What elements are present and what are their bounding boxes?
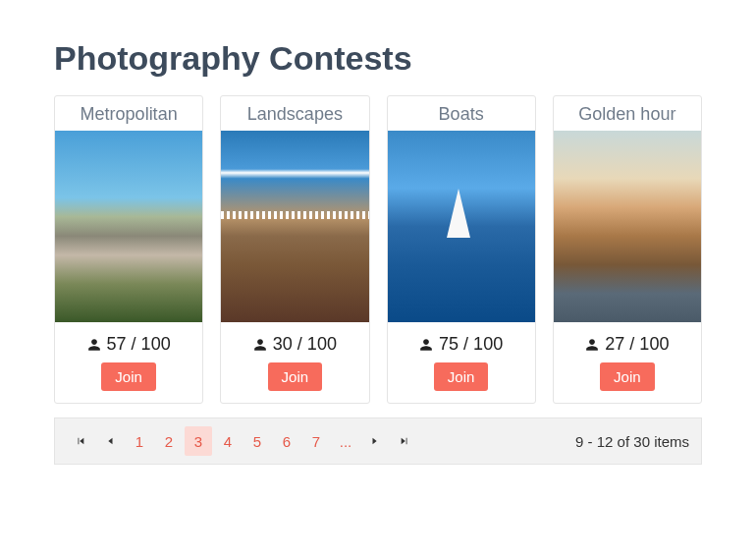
contest-card-boats: Boats 75 / 100 Join [387,95,536,404]
first-page-icon [76,436,85,446]
pager-next-button[interactable] [361,426,389,456]
card-title: Boats [439,96,484,131]
card-stats: 57 / 100 [87,334,171,355]
pager-page-4[interactable]: 4 [214,426,242,456]
card-image [221,131,368,322]
person-icon [87,337,101,353]
pager-status: 9 - 12 of 30 items [575,433,689,450]
card-image [554,131,701,322]
pager-page-2[interactable]: 2 [155,426,183,456]
person-icon [419,337,433,353]
pager-first-button[interactable] [67,426,94,456]
card-count: 57 / 100 [107,334,171,355]
last-page-icon [400,436,409,446]
card-title: Golden hour [578,96,675,131]
person-icon [585,337,599,353]
pager-page-3[interactable]: 3 [185,426,212,456]
pager-page-5[interactable]: 5 [243,426,271,456]
person-icon [253,337,267,353]
pager-ellipsis[interactable]: ... [332,426,359,456]
card-stats: 27 / 100 [585,334,669,355]
contest-card-landscapes: Landscapes 30 / 100 Join [220,95,369,404]
pager: 1 2 3 4 5 6 7 ... 9 - 12 of 30 items [54,417,702,465]
card-title: Metropolitan [81,96,178,131]
prev-page-icon [105,436,115,446]
pager-page-1[interactable]: 1 [126,426,153,456]
card-stats: 30 / 100 [253,334,337,355]
card-count: 30 / 100 [273,334,337,355]
contest-card-golden-hour: Golden hour 27 / 100 Join [553,95,702,404]
card-count: 75 / 100 [439,334,503,355]
contest-card-metropolitan: Metropolitan 57 / 100 Join [54,95,203,404]
card-image [388,131,535,322]
pager-page-7[interactable]: 7 [302,426,330,456]
join-button[interactable]: Join [268,362,323,391]
pager-page-6[interactable]: 6 [273,426,300,456]
card-stats: 75 / 100 [419,334,503,355]
card-count: 27 / 100 [605,334,669,355]
contest-cards: Metropolitan 57 / 100 Join Landscapes 30… [54,95,702,404]
pager-prev-button[interactable] [96,426,124,456]
join-button[interactable]: Join [600,362,655,391]
card-image [55,131,202,322]
pager-last-button[interactable] [391,426,418,456]
pager-controls: 1 2 3 4 5 6 7 ... [67,426,418,456]
join-button[interactable]: Join [434,362,489,391]
join-button[interactable]: Join [101,362,156,391]
next-page-icon [370,436,380,446]
page-title: Photography Contests [54,39,702,78]
card-title: Landscapes [247,96,343,131]
